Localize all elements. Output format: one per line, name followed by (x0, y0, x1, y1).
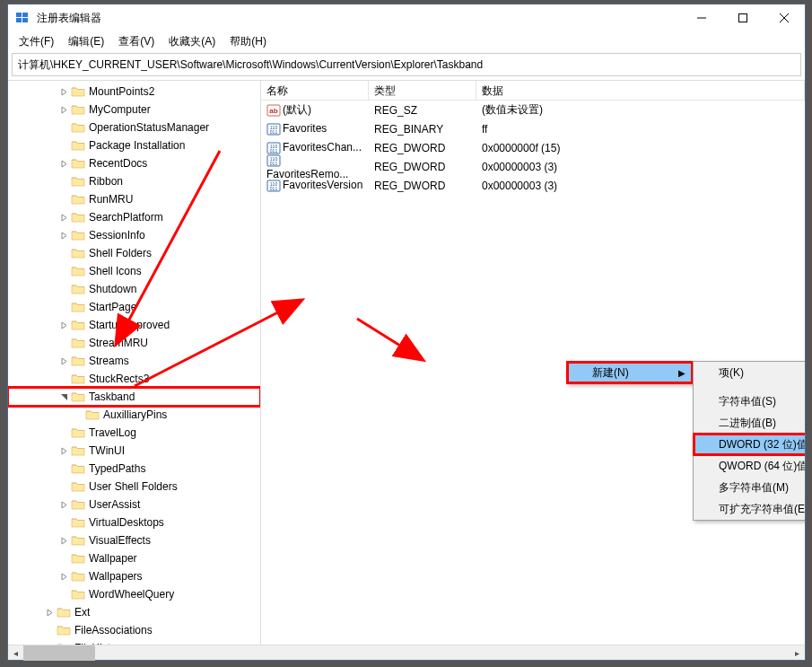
expand-icon[interactable] (58, 230, 69, 241)
tree-horizontal-scrollbar[interactable]: ◂ ▸ (8, 645, 805, 660)
menu-file[interactable]: 文件(F) (12, 32, 61, 51)
folder-icon (71, 462, 85, 475)
ctx-qword[interactable]: QWORD (64 位)值(Q) (694, 455, 805, 477)
ctx-expstr[interactable]: 可扩充字符串值(E) (694, 498, 805, 520)
expand-icon[interactable] (58, 158, 69, 169)
tree-item-shell-icons[interactable]: Shell Icons (8, 262, 260, 280)
folder-icon (57, 606, 71, 619)
tree-item-recentdocs[interactable]: RecentDocs (8, 154, 260, 172)
address-bar[interactable]: 计算机\HKEY_CURRENT_USER\Software\Microsoft… (12, 53, 801, 76)
tree-item-label: RunMRU (89, 193, 133, 206)
tree-item-startupapproved[interactable]: StartupApproved (8, 316, 260, 334)
tree-item-taskband[interactable]: Taskband (8, 388, 260, 406)
menu-edit[interactable]: 编辑(E) (61, 32, 111, 51)
ctx-string[interactable]: 字符串值(S) (694, 391, 805, 412)
tree-item-wallpaper[interactable]: Wallpaper (8, 549, 260, 567)
menu-favorites[interactable]: 收藏夹(A) (162, 32, 223, 51)
tree-item-visualeffects[interactable]: VisualEffects (8, 531, 260, 549)
expand-icon[interactable] (58, 104, 69, 115)
tree-item-label: SearchPlatform (89, 211, 163, 224)
minimize-button[interactable] (681, 4, 722, 31)
tree-item-shell-folders[interactable]: Shell Folders (8, 244, 260, 262)
context-menu-new-submenu: 项(K) 字符串值(S) 二进制值(B) DWORD (32 位)值(D) QW… (693, 361, 805, 521)
folder-icon (71, 157, 85, 170)
ctx-binary[interactable]: 二进制值(B) (694, 412, 805, 434)
tree-item-streams[interactable]: Streams (8, 352, 260, 370)
tree-item-stuckrects3[interactable]: StuckRects3 (8, 370, 260, 388)
close-button[interactable] (764, 4, 805, 31)
tree-item-userassist[interactable]: UserAssist (8, 496, 260, 513)
ctx-dword[interactable]: DWORD (32 位)值(D) (694, 434, 805, 455)
binary-value-icon: 110011 (266, 154, 281, 168)
ctx-new-label: 新建(N) (592, 365, 629, 381)
tree-pane[interactable]: MountPoints2MyComputerOperationStatusMan… (8, 81, 261, 645)
expand-icon[interactable] (58, 320, 69, 330)
tree-item-startpage[interactable]: StartPage (8, 298, 260, 316)
value-type: REG_DWORD (369, 178, 476, 194)
expand-icon[interactable] (58, 445, 69, 456)
col-data-header[interactable]: 数据 (476, 81, 805, 100)
tree-item-travellog[interactable]: TravelLog (8, 424, 260, 442)
folder-icon (71, 175, 85, 188)
tree-item-label: Shutdown (89, 283, 136, 295)
expand-icon[interactable] (44, 643, 55, 645)
collapse-icon[interactable] (58, 391, 69, 402)
scroll-right-arrow-icon[interactable]: ▸ (790, 645, 805, 661)
menu-help[interactable]: 帮助(H) (223, 32, 274, 51)
list-pane[interactable]: 名称 类型 数据 ab(默认)REG_SZ(数值未设置)110011Favori… (261, 81, 805, 645)
tree-item-streammru[interactable]: StreamMRU (8, 334, 260, 352)
expand-icon (44, 625, 55, 636)
tree-item-sessioninfo[interactable]: SessionInfo (8, 226, 260, 244)
tree-item-filehistory[interactable]: FileHistory (8, 639, 260, 645)
expand-icon[interactable] (58, 355, 69, 366)
expand-icon[interactable] (44, 607, 55, 618)
ctx-multistr[interactable]: 多字符串值(M) (694, 477, 805, 498)
tree-item-label: SessionInfo (89, 229, 145, 241)
expand-icon[interactable] (58, 86, 69, 97)
expand-icon[interactable] (58, 212, 69, 223)
tree-item-user-shell-folders[interactable]: User Shell Folders (8, 478, 260, 496)
menu-view[interactable]: 查看(V) (111, 32, 162, 51)
tree-item-operationstatusmanager[interactable]: OperationStatusManager (8, 118, 260, 136)
folder-icon (71, 193, 85, 206)
value-row[interactable]: ab(默认)REG_SZ(数值未设置) (261, 101, 805, 119)
col-name-header[interactable]: 名称 (261, 81, 369, 100)
col-type-header[interactable]: 类型 (369, 81, 476, 100)
tree-item-runmru[interactable]: RunMRU (8, 190, 260, 208)
tree-item-fileassociations[interactable]: FileAssociations (8, 621, 260, 639)
tree-item-ext[interactable]: Ext (8, 603, 260, 621)
value-row[interactable]: 110011FavoritesREG_BINARYff (261, 119, 805, 138)
tree-item-wallpapers[interactable]: Wallpapers (8, 567, 260, 585)
expand-icon[interactable] (58, 571, 69, 582)
value-data: ff (476, 121, 805, 137)
folder-icon (71, 552, 85, 565)
tree-item-shutdown[interactable]: Shutdown (8, 280, 260, 298)
maximize-button[interactable] (722, 4, 764, 31)
ctx-new[interactable]: 新建(N) ▶ (567, 362, 693, 383)
tree-item-label: Wallpapers (89, 570, 143, 583)
tree-item-virtualdesktops[interactable]: VirtualDesktops (8, 513, 260, 531)
value-row[interactable]: 110011FavoritesRemo...REG_DWORD0x0000000… (261, 157, 805, 176)
tree-item-searchplatform[interactable]: SearchPlatform (8, 208, 260, 226)
folder-icon (71, 337, 85, 349)
scroll-thumb[interactable] (23, 645, 95, 661)
expand-icon[interactable] (58, 535, 69, 546)
tree-item-mountpoints2[interactable]: MountPoints2 (8, 83, 260, 101)
titlebar: 注册表编辑器 (8, 4, 805, 31)
tree-item-package-installation[interactable]: Package Installation (8, 136, 260, 154)
tree-item-ribbon[interactable]: Ribbon (8, 172, 260, 190)
scroll-left-arrow-icon[interactable]: ◂ (8, 645, 23, 661)
folder-icon (71, 426, 85, 439)
tree-item-typedpaths[interactable]: TypedPaths (8, 460, 260, 478)
svg-rect-5 (739, 14, 747, 22)
tree-item-wordwheelquery[interactable]: WordWheelQuery (8, 585, 260, 603)
tree-item-mycomputer[interactable]: MyComputer (8, 101, 260, 118)
ctx-expstr-label: 可扩充字符串值(E) (719, 502, 805, 517)
tree-item-auxilliarypins[interactable]: AuxilliaryPins (8, 406, 260, 424)
expand-icon[interactable] (58, 499, 69, 510)
value-type: REG_DWORD (369, 140, 476, 156)
ctx-key[interactable]: 项(K) (694, 362, 805, 383)
expand-icon (58, 553, 69, 564)
value-row[interactable]: 110011FavoritesVersionREG_DWORD0x0000000… (261, 176, 805, 195)
tree-item-twinui[interactable]: TWinUI (8, 442, 260, 460)
